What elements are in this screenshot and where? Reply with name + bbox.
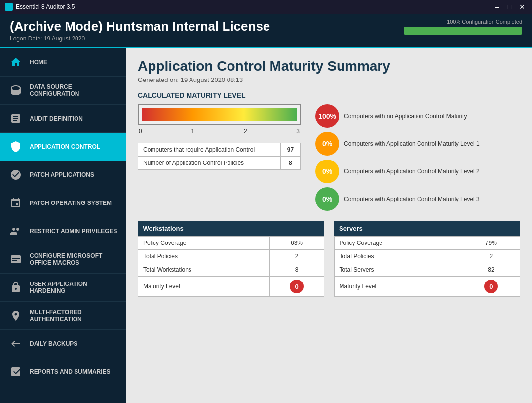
maturity-badge-1: 0% (315, 132, 339, 156)
stats-value-1: 97 (280, 143, 300, 157)
sidebar-item-user-app[interactable]: USER APPLICATION HARDENING (0, 274, 126, 302)
progress-bar-inner (404, 27, 522, 35)
sidebar-item-patch-os[interactable]: PATCH OPERATING SYSTEM (0, 189, 126, 217)
maturity-label-1: Computers with Application Control Matur… (344, 140, 480, 147)
servers-section: Servers Policy Coverage 79% Total Polici… (334, 221, 521, 297)
ws-value-0: 63% (269, 237, 324, 250)
maturity-label-3: Computers with Application Control Matur… (344, 196, 480, 202)
ws-label-2: Total Workstations (138, 263, 270, 277)
maturity-row-1: 0% Computers with Application Control Ma… (315, 132, 520, 156)
configure-ms-icon (8, 251, 24, 267)
sidebar-item-app-control[interactable]: APPLICATION CONTROL (0, 133, 126, 161)
sidebar-item-home[interactable]: HOME (0, 48, 126, 77)
maturity-badge-0: 100% (315, 104, 339, 128)
sv-maturity-badge: 0 (484, 280, 498, 293)
gauge-right: 100% Computers with no Application Contr… (315, 104, 520, 211)
close-button[interactable]: ✕ (517, 3, 527, 11)
maximize-button[interactable]: □ (505, 3, 513, 11)
patch-os-icon (8, 195, 24, 211)
restrict-admin-icon (8, 223, 24, 239)
sidebar: HOME DATA SOURCE CONFIGURATION AUDIT DEF… (0, 48, 126, 403)
sv-row-1: Total Policies 2 (334, 250, 520, 263)
ws-label-1: Total Policies (138, 250, 270, 263)
ws-label-0: Policy Coverage (138, 237, 270, 250)
header-subtitle: Logon Date: 19 August 2020 (10, 35, 270, 42)
maturity-label-0: Computers with no Application Control Ma… (344, 113, 467, 120)
workstations-header: Workstations (138, 221, 324, 237)
sv-value-1: 2 (462, 250, 520, 263)
ws-row-1: Total Policies 2 (138, 250, 324, 263)
ws-row-2: Total Workstations 8 (138, 263, 324, 277)
sidebar-item-daily-backups[interactable]: DAILY BACKUPS (0, 330, 126, 358)
sv-row-2: Total Servers 82 (334, 263, 520, 277)
servers-header: Servers (334, 221, 520, 237)
layout: HOME DATA SOURCE CONFIGURATION AUDIT DEF… (0, 48, 532, 403)
maturity-badge-2: 0% (315, 160, 339, 183)
sidebar-item-reports[interactable]: REPORTS AND SUMMARIES (0, 358, 126, 386)
gauge-left: 0 1 2 3 Computers that require Applicati… (138, 104, 301, 180)
sidebar-item-configure-ms[interactable]: CONFIGURE MICROSOFT OFFICE MACROS (0, 245, 126, 274)
maturity-row-0: 100% Computers with no Application Contr… (315, 104, 520, 128)
maturity-row-2: 0% Computers with Application Control Ma… (315, 160, 520, 183)
sidebar-item-data-source[interactable]: DATA SOURCE CONFIGURATION (0, 77, 126, 105)
patch-apps-icon (8, 167, 24, 183)
header: (Archive Mode) Huntsman Internal License… (0, 14, 532, 48)
sv-label-0: Policy Coverage (334, 237, 462, 250)
stats-value-2: 8 (280, 157, 300, 170)
stats-label-2: Number of Application Control Policies (138, 157, 281, 170)
sv-badge-3: 0 (462, 277, 520, 297)
header-title: (Archive Mode) Huntsman Internal License (10, 19, 270, 34)
ws-label-3: Maturity Level (138, 277, 270, 297)
app-control-icon (8, 139, 24, 155)
maturity-row-3: 0% Computers with Application Control Ma… (315, 187, 520, 211)
reports-icon (8, 364, 24, 380)
stats-row-1: Computers that require Application Contr… (138, 143, 301, 157)
workstations-section: Workstations Policy Coverage 63% Total P… (138, 221, 324, 297)
sidebar-item-audit[interactable]: AUDIT DEFINITION (0, 105, 126, 133)
maturity-label-2: Computers with Application Control Matur… (344, 168, 480, 175)
sidebar-item-patch-apps[interactable]: PATCH APPLICATIONS (0, 161, 126, 189)
stats-label-1: Computers that require Application Contr… (138, 143, 281, 157)
title-bar-left: Essential 8 Auditor 3.5 (5, 3, 75, 11)
gauge-bar-container (138, 104, 301, 125)
page-title: Application Control Maturity Summary (138, 58, 520, 74)
ws-value-1: 2 (269, 250, 324, 263)
ws-badge-3: 0 (269, 277, 324, 297)
daily-backups-icon (8, 336, 24, 352)
ws-row-3: Maturity Level 0 (138, 277, 324, 297)
sv-label-3: Maturity Level (334, 277, 462, 297)
progress-label: 100% Configuration Completed (404, 19, 522, 25)
home-icon (8, 54, 24, 70)
gauge-section: 0 1 2 3 Computers that require Applicati… (138, 104, 520, 211)
stats-table: Computers that require Application Contr… (138, 143, 301, 170)
sv-label-2: Total Servers (334, 263, 462, 277)
maturity-section-label: CALCULATED MATURITY LEVEL (138, 91, 520, 99)
tables-row: Workstations Policy Coverage 63% Total P… (138, 221, 520, 297)
sv-row-0: Policy Coverage 79% (334, 237, 520, 250)
multi-factor-icon (8, 308, 24, 323)
app-icon (5, 3, 13, 11)
maturity-badge-3: 0% (315, 187, 339, 211)
header-info: (Archive Mode) Huntsman Internal License… (10, 19, 270, 42)
ws-maturity-badge: 0 (290, 280, 304, 293)
sv-row-3: Maturity Level 0 (334, 277, 520, 297)
sidebar-item-restrict-admin[interactable]: RESTRICT ADMIN PRIVILEGES (0, 217, 126, 245)
user-app-icon (8, 280, 24, 295)
data-source-icon (8, 82, 24, 98)
progress-bar-outer (404, 27, 522, 35)
sidebar-item-multi-factor[interactable]: MULTI-FACTORED AUTHENTICATION (0, 302, 126, 330)
ws-value-2: 8 (269, 263, 324, 277)
ws-row-0: Policy Coverage 63% (138, 237, 324, 250)
sv-value-0: 79% (462, 237, 520, 250)
app-name: Essential 8 Auditor 3.5 (16, 3, 75, 10)
gauge-labels: 0 1 2 3 (138, 128, 301, 135)
gauge-bar (142, 108, 297, 121)
main-content: Application Control Maturity Summary Gen… (126, 48, 532, 403)
sv-label-1: Total Policies (334, 250, 462, 263)
generated-on: Generated on: 19 August 2020 08:13 (138, 76, 520, 83)
workstations-table: Workstations Policy Coverage 63% Total P… (138, 221, 324, 297)
stats-row-2: Number of Application Control Policies 8 (138, 157, 301, 170)
header-progress: 100% Configuration Completed (404, 19, 522, 35)
minimize-button[interactable]: – (494, 3, 501, 11)
servers-table: Servers Policy Coverage 79% Total Polici… (334, 221, 521, 297)
